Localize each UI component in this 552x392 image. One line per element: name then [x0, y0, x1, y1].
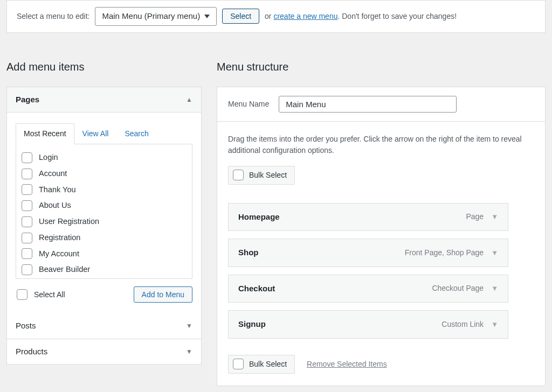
- caret-down-icon[interactable]: ▼: [491, 248, 498, 258]
- menu-item-title: Shop: [238, 247, 259, 259]
- checkbox[interactable]: [22, 200, 32, 211]
- page-label: Beaver Builder: [39, 264, 90, 276]
- menu-item-type: Custom Link: [441, 319, 484, 330]
- bulk-select-checkbox[interactable]: [233, 170, 244, 180]
- create-new-menu-link[interactable]: create a new menu: [273, 12, 337, 20]
- bulk-select-bottom[interactable]: Bulk Select: [228, 355, 295, 374]
- bulk-select-checkbox[interactable]: [233, 359, 244, 369]
- accordion-title-pages: Pages: [16, 94, 39, 106]
- chevron-down-icon: [204, 15, 210, 18]
- page-item[interactable]: About Us: [20, 198, 188, 214]
- add-to-menu-button[interactable]: Add to Menu: [134, 286, 192, 303]
- accordion-title-posts: Posts: [16, 320, 36, 332]
- page-label: Login: [39, 152, 58, 164]
- structure-instructions: Drag the items into the order you prefer…: [228, 134, 534, 156]
- menu-item-title: Homepage: [238, 211, 280, 223]
- page-item[interactable]: User Registration: [20, 214, 188, 230]
- checkbox[interactable]: [22, 233, 32, 243]
- accordion-body-pages: Most Recent View All Search Login Accoun…: [7, 113, 201, 313]
- bulk-select-top[interactable]: Bulk Select: [228, 166, 295, 185]
- page-label: About Us: [39, 200, 71, 212]
- menu-select-value: Main Menu (Primary menu): [102, 10, 200, 23]
- pages-list[interactable]: Login Account Thank You About Us User Re…: [16, 144, 192, 279]
- page-item[interactable]: Account: [20, 166, 188, 182]
- page-item[interactable]: Registration: [20, 230, 188, 246]
- bulk-select-label: Bulk Select: [249, 170, 287, 181]
- checkbox[interactable]: [22, 248, 32, 259]
- caret-up-icon: ▲: [186, 95, 192, 104]
- menu-select-dropdown[interactable]: Main Menu (Primary menu): [95, 7, 217, 26]
- checkbox[interactable]: [22, 216, 32, 227]
- menu-item-title: Checkout: [238, 283, 275, 295]
- page-label: My Account: [39, 248, 79, 260]
- select-menu-button[interactable]: Select: [222, 9, 259, 24]
- menu-item-type: Checkout Page: [432, 283, 484, 294]
- menu-structure-heading: Menu structure: [217, 59, 546, 75]
- accordion-header-posts[interactable]: Posts ▼: [7, 313, 201, 339]
- page-item[interactable]: My Account: [20, 246, 188, 262]
- accordion-header-products[interactable]: Products ▼: [7, 339, 201, 365]
- pages-tabs: Most Recent View All Search: [16, 123, 192, 144]
- post-select-text: or create a new menu. Don't forget to sa…: [265, 11, 457, 22]
- menu-item[interactable]: Checkout Checkout Page ▼: [228, 275, 508, 303]
- menu-item-title: Signup: [238, 318, 266, 331]
- menu-structure-panel: Menu Name Drag the items into the order …: [217, 87, 546, 386]
- add-items-accordion: Pages ▲ Most Recent View All Search Logi…: [6, 87, 202, 365]
- select-all-label: Select All: [34, 289, 65, 300]
- page-item[interactable]: Login: [20, 150, 188, 166]
- menu-item[interactable]: Signup Custom Link ▼: [228, 310, 508, 339]
- select-all-checkbox[interactable]: [17, 289, 27, 300]
- page-label: Account: [39, 168, 67, 180]
- menu-item-type: Page: [466, 211, 484, 222]
- menu-items-list: Homepage Page ▼ Shop Front Page, Shop Pa…: [228, 203, 534, 339]
- checkbox[interactable]: [22, 152, 32, 163]
- page-label: Thank You: [39, 184, 76, 196]
- checkbox[interactable]: [22, 264, 32, 275]
- tab-search[interactable]: Search: [116, 123, 156, 144]
- caret-down-icon[interactable]: ▼: [491, 283, 498, 294]
- select-menu-label: Select a menu to edit:: [17, 11, 89, 22]
- checkbox[interactable]: [22, 169, 32, 179]
- checkbox[interactable]: [22, 184, 32, 195]
- caret-down-icon[interactable]: ▼: [491, 319, 498, 330]
- menu-item-type: Front Page, Shop Page: [405, 247, 484, 258]
- menu-selector-bar: Select a menu to edit: Main Menu (Primar…: [6, 0, 546, 33]
- page-label: Registration: [39, 232, 80, 244]
- caret-down-icon[interactable]: ▼: [491, 212, 498, 222]
- bulk-select-label: Bulk Select: [249, 359, 287, 370]
- menu-name-label: Menu Name: [228, 99, 269, 110]
- menu-item[interactable]: Homepage Page ▼: [228, 203, 508, 232]
- caret-down-icon: ▼: [186, 321, 192, 331]
- caret-down-icon: ▼: [186, 347, 192, 356]
- accordion-title-products: Products: [16, 346, 47, 358]
- tab-view-all[interactable]: View All: [74, 123, 117, 144]
- select-all-row[interactable]: Select All: [16, 287, 66, 303]
- remove-selected-link[interactable]: Remove Selected Items: [307, 359, 387, 370]
- add-menu-items-heading: Add menu items: [6, 59, 202, 75]
- page-item[interactable]: Beaver Builder: [20, 262, 188, 278]
- tab-most-recent[interactable]: Most Recent: [16, 123, 74, 144]
- page-item[interactable]: Thank You: [20, 182, 188, 198]
- menu-item[interactable]: Shop Front Page, Shop Page ▼: [228, 239, 508, 267]
- menu-name-input[interactable]: [279, 96, 457, 113]
- page-label: User Registration: [39, 216, 99, 228]
- accordion-header-pages[interactable]: Pages ▲: [7, 87, 201, 113]
